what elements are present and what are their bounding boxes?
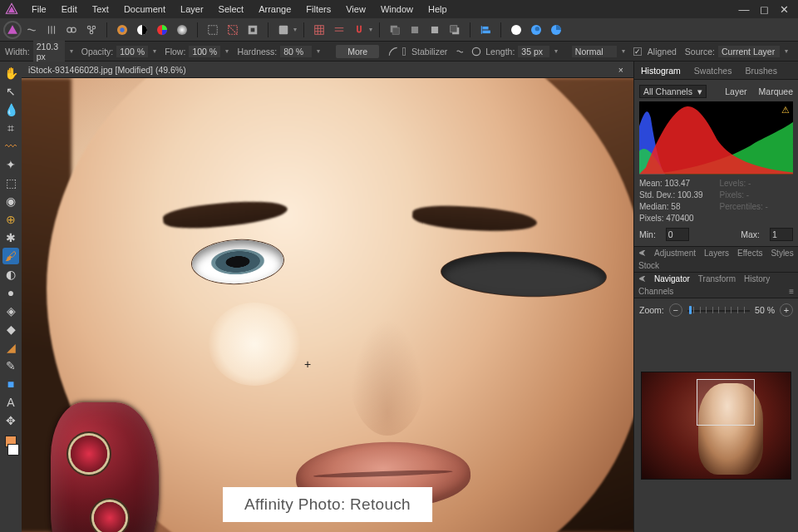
length-field[interactable]: 35 px xyxy=(518,46,549,57)
maximize-button[interactable]: ◻ xyxy=(755,3,773,16)
fill-tool[interactable]: ◐ xyxy=(2,266,19,283)
color-wheel-icon[interactable] xyxy=(154,22,170,38)
tone-map-persona-button[interactable] xyxy=(63,22,80,38)
width-field[interactable]: 210.3 px xyxy=(33,41,65,62)
invert-select-icon[interactable] xyxy=(244,22,261,38)
tab-adjustment[interactable]: Adjustment xyxy=(650,247,700,259)
navigator-preview[interactable] xyxy=(641,372,791,480)
assistant2-icon[interactable] xyxy=(528,22,544,38)
menu-text[interactable]: Text xyxy=(86,2,116,16)
liquify-persona-button[interactable] xyxy=(23,22,40,38)
tab-channels[interactable]: Channels xyxy=(634,285,677,298)
panel-menu-icon[interactable]: ≡ xyxy=(785,285,798,298)
canvas[interactable]: + Affinity Photo: Retouch xyxy=(22,78,633,532)
tab-layers[interactable]: Layers xyxy=(700,247,733,259)
pressure-icon[interactable] xyxy=(387,43,399,60)
tab-swatches[interactable]: Swatches xyxy=(687,63,739,78)
warning-icon[interactable]: ⚠ xyxy=(781,105,790,116)
background-swatch[interactable] xyxy=(7,444,19,456)
assistant1-icon[interactable] xyxy=(508,22,525,38)
menu-file[interactable]: File xyxy=(25,2,53,16)
zoom-out-button[interactable]: − xyxy=(669,303,682,317)
length-dropdown-icon[interactable]: ▾ xyxy=(554,47,558,55)
more-button[interactable]: More xyxy=(336,45,379,58)
max-input[interactable] xyxy=(770,228,793,241)
blemish-tool[interactable]: ✱ xyxy=(2,229,19,246)
hardness-field[interactable]: 80 % xyxy=(280,46,312,57)
color-picker-icon[interactable] xyxy=(114,22,131,38)
zoom-value[interactable]: 50 % xyxy=(755,305,775,315)
min-input[interactable] xyxy=(666,228,689,241)
develop-persona-button[interactable] xyxy=(43,22,60,38)
stabilizer-checkbox[interactable] xyxy=(402,47,406,56)
burn-tool[interactable]: ● xyxy=(2,284,19,301)
marquee-icon[interactable] xyxy=(204,22,221,38)
rope-icon[interactable] xyxy=(456,43,467,60)
color-swatches[interactable] xyxy=(2,436,19,456)
menu-view[interactable]: View xyxy=(339,2,372,16)
text-tool[interactable]: A xyxy=(2,394,19,411)
window-icon[interactable] xyxy=(470,43,482,60)
document-tab[interactable]: iStock-931466028.jpg [Modified] (49.6%) … xyxy=(22,62,633,78)
menu-window[interactable]: Window xyxy=(374,2,420,16)
move-tool[interactable]: ↖ xyxy=(2,83,19,100)
align-icon[interactable] xyxy=(477,22,494,38)
eraser-tool[interactable]: ◢ xyxy=(2,339,19,356)
zoom-tool[interactable]: ✥ xyxy=(2,412,19,429)
sphere-icon[interactable] xyxy=(174,22,190,38)
flow-field[interactable]: 100 % xyxy=(189,46,220,57)
order-backward-icon[interactable] xyxy=(406,22,423,38)
width-dropdown-icon[interactable]: ▾ xyxy=(70,47,73,55)
order-forward-icon[interactable] xyxy=(426,22,443,38)
tab-brushes[interactable]: Brushes xyxy=(738,63,784,78)
paint-brush-tool[interactable]: 🖌 xyxy=(2,248,19,264)
menu-filters[interactable]: Filters xyxy=(299,2,337,16)
menu-select[interactable]: Select xyxy=(212,2,251,16)
zoom-in-button[interactable]: + xyxy=(780,303,793,317)
opacity-field[interactable]: 100 % xyxy=(116,46,148,57)
order-front-icon[interactable] xyxy=(446,22,463,38)
tab-styles[interactable]: Styles xyxy=(766,247,797,259)
tab-effects[interactable]: Effects xyxy=(733,247,766,259)
tab-stock[interactable]: Stock xyxy=(634,259,663,272)
selection-brush-tool[interactable]: 〰 xyxy=(2,138,19,155)
dodge-tool[interactable]: ◈ xyxy=(2,303,19,319)
blend-dropdown-icon[interactable]: ▾ xyxy=(622,47,625,55)
marquee-tool[interactable]: ⬚ xyxy=(2,175,19,191)
menu-arrange[interactable]: Arrange xyxy=(252,2,298,16)
clone-tool[interactable]: ⊕ xyxy=(2,211,19,228)
healing-tool[interactable]: ◉ xyxy=(2,193,19,209)
crop-tool[interactable]: ⌗ xyxy=(2,120,19,136)
tab-histogram[interactable]: Histogram xyxy=(634,63,687,78)
minimize-button[interactable]: — xyxy=(735,3,753,16)
contrast-icon[interactable] xyxy=(134,22,150,38)
zoom-slider[interactable] xyxy=(687,303,750,317)
hardness-dropdown-icon[interactable]: ▾ xyxy=(317,47,320,55)
tab-transform[interactable]: Transform xyxy=(694,273,740,285)
flood-select-tool[interactable]: ✦ xyxy=(2,156,19,173)
channels-dropdown[interactable]: All Channels ▾ xyxy=(639,85,707,98)
tab-history[interactable]: History xyxy=(740,273,774,285)
photo-persona-button[interactable] xyxy=(5,22,20,37)
tab-navigator[interactable]: Navigator xyxy=(650,273,694,285)
opacity-dropdown-icon[interactable]: ▾ xyxy=(153,47,156,55)
shape-tool[interactable]: ■ xyxy=(2,376,19,392)
deselect-icon[interactable] xyxy=(224,22,241,38)
export-persona-button[interactable] xyxy=(83,22,100,38)
grid-icon[interactable] xyxy=(311,22,328,38)
flow-dropdown-icon[interactable]: ▾ xyxy=(225,47,229,55)
assistant3-icon[interactable] xyxy=(548,22,564,38)
close-tab-icon[interactable]: × xyxy=(615,65,627,75)
order-back-icon[interactable] xyxy=(387,22,403,38)
guides-icon[interactable] xyxy=(331,22,347,38)
close-window-button[interactable]: ✕ xyxy=(775,3,793,16)
menu-layer[interactable]: Layer xyxy=(174,2,210,16)
pen-tool[interactable]: ✎ xyxy=(2,357,19,374)
source-dropdown[interactable]: Current Layer xyxy=(718,46,780,57)
color-picker-tool[interactable]: 💧 xyxy=(2,101,19,118)
menu-document[interactable]: Document xyxy=(117,2,172,16)
menu-help[interactable]: Help xyxy=(421,2,454,16)
source-dropdown-icon[interactable]: ▾ xyxy=(785,47,788,55)
aligned-checkbox[interactable] xyxy=(633,47,642,56)
navigator-viewport-rect[interactable] xyxy=(697,379,755,426)
